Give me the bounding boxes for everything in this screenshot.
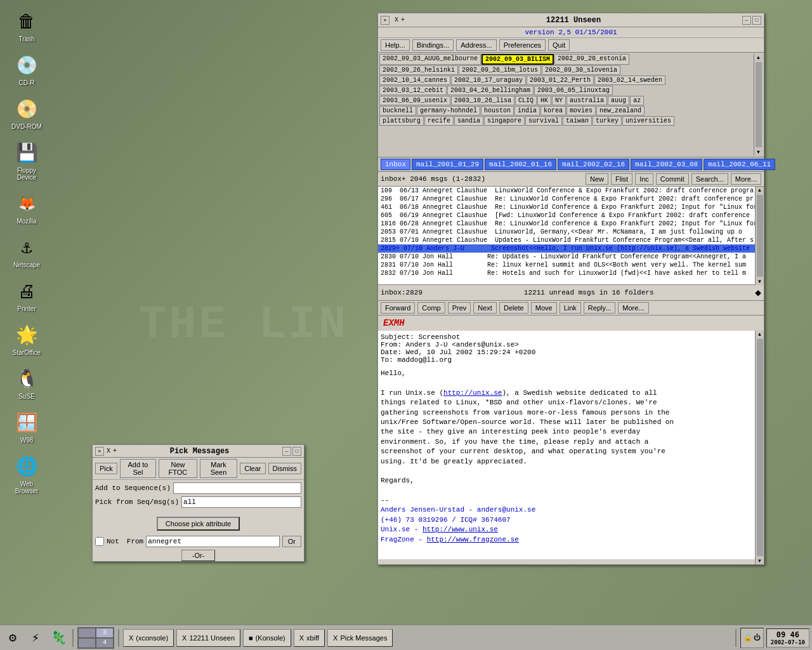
folder-cliq[interactable]: CLIQ [515, 96, 537, 105]
folder-survival[interactable]: survival [525, 116, 562, 126]
minimize-btn[interactable]: — [742, 16, 751, 25]
folder-bucknell[interactable]: bucknell [379, 106, 416, 116]
folder-recife[interactable]: recife [424, 116, 454, 126]
preferences-btn[interactable]: Preferences [499, 39, 546, 51]
unix-www-link[interactable]: http://www.unix.se [422, 526, 498, 533]
folder-newzealand[interactable]: new_zealand [596, 106, 645, 116]
not-checkbox[interactable] [95, 537, 104, 546]
close-btn[interactable]: ✕ [381, 16, 390, 25]
forward-btn[interactable]: Forward [381, 302, 415, 314]
pager-2[interactable] [78, 638, 96, 648]
pick-maximize-btn[interactable]: □ [292, 447, 301, 456]
msg-2830[interactable]: 2830 07/10 Jon Hall Re: Updates - LinuxW… [378, 253, 755, 261]
pick-minimize-btn[interactable]: — [282, 447, 291, 456]
email-scroll-up[interactable]: ▲ [757, 331, 762, 338]
folder-india[interactable]: india [514, 106, 540, 116]
icon-w98[interactable]: 🪟 W98 [6, 408, 47, 446]
folder-scrollbar[interactable]: ▲ ▼ [754, 54, 763, 156]
pick-btn[interactable]: Pick [95, 463, 117, 474]
folder-universities[interactable]: universities [622, 116, 674, 126]
msg-2829[interactable]: 2829+ 07/10 Anders J-U Screenshot<<Hello… [378, 244, 755, 253]
folder-australia[interactable]: australia [566, 96, 607, 105]
new-ftoc-btn[interactable]: New FTOC [159, 459, 197, 478]
msg-1816[interactable]: 1816 06/28 Annegret Claushue Re: LinuxWo… [378, 220, 755, 228]
email-scroll-down[interactable]: ▼ [757, 557, 762, 564]
icon-printer[interactable]: 🖨 Printer [6, 276, 47, 315]
choose-pick-attr-btn[interactable]: Choose pick attribute [157, 517, 240, 531]
icon-webbrowser[interactable]: 🌐 Web Browser [6, 451, 47, 497]
folder-movies[interactable]: movies [566, 106, 596, 116]
tab-inbox[interactable]: inbox [381, 159, 410, 170]
folder-taiwan[interactable]: taiwan [563, 116, 592, 126]
msglist-scrollbar[interactable]: ▲ ▼ [755, 187, 764, 285]
folder-houston[interactable]: houston [481, 106, 514, 116]
delete-btn[interactable]: Delete [499, 302, 528, 314]
taskbar-xconsole-btn[interactable]: X (xconsole) [123, 629, 174, 647]
new-btn[interactable]: New [586, 173, 608, 185]
folder-ibm[interactable]: 2002_09_26_ibm_lotus [459, 65, 541, 75]
add-to-sel-btn[interactable]: Add to Sel [120, 459, 156, 478]
folder-cebit[interactable]: 2003_03_12_cebit [379, 86, 447, 95]
tab-mail-2002-06[interactable]: mail_2002_06_11 [704, 159, 775, 170]
or-btn[interactable]: Or [282, 536, 301, 547]
tab-mail-2002-02[interactable]: mail_2002_02_16 [558, 159, 629, 170]
taskbar-unseen-btn[interactable]: X 12211 Unseen [176, 629, 240, 647]
folder-ny[interactable]: NY [552, 96, 566, 105]
taskbar-konsole-btn[interactable]: ■ (Konsole) [243, 629, 291, 647]
mark-seen-btn[interactable]: Mark Seen [200, 459, 237, 478]
reply-btn[interactable]: Reply... [584, 302, 615, 314]
folder-bellingham[interactable]: 2003_04_26_bellingham [447, 86, 534, 95]
icon-netscape[interactable]: ⚓ Netscape [6, 232, 47, 271]
folder-sweden[interactable]: 2003_02_14_sweden [594, 76, 665, 85]
msg-2815[interactable]: 2815 07/10 Annegret Claushue Updates - L… [378, 236, 755, 244]
dismiss-btn[interactable]: Dismiss [268, 463, 302, 474]
pager-3[interactable]: 3 [96, 628, 114, 638]
folder-lisa[interactable]: 2003_10_26_lisa [451, 96, 514, 105]
tab-mail-2002-03[interactable]: mail_2002_03_08 [631, 159, 702, 170]
folder-auug2[interactable]: auug [608, 96, 629, 105]
more-inbox-btn[interactable]: More... [731, 173, 761, 185]
commit-btn[interactable]: Commit [656, 173, 689, 185]
address-btn[interactable]: Address... [456, 39, 497, 51]
folder-helsinki[interactable]: 2002_09_26_helsinki [379, 65, 458, 75]
pick-from-seq-input[interactable] [181, 496, 301, 508]
icon-suse[interactable]: 🐧 SuSE [6, 364, 47, 402]
folder-uraguay[interactable]: 2002_10_17_uraguay [451, 76, 526, 85]
icon-trash[interactable]: 🗑 Trash [6, 6, 47, 45]
folder-bilism[interactable]: 2002_09_03_BILISM [481, 54, 554, 65]
from-input[interactable] [146, 536, 280, 547]
inc-btn[interactable]: Inc [635, 173, 653, 185]
icon-floppy[interactable]: 💾 Floppy Device [6, 138, 47, 183]
search-btn[interactable]: Search... [691, 173, 728, 185]
msg-461[interactable]: 461 06/18 Annegret Claushue Re: LinuxWor… [378, 203, 755, 211]
maximize-btn[interactable]: □ [752, 16, 761, 25]
add-to-seq-input[interactable] [173, 482, 301, 494]
folder-cannes[interactable]: 2002_10_14_cannes [379, 76, 450, 85]
help-btn[interactable]: Help... [381, 39, 410, 51]
pager-4[interactable]: 4 [96, 638, 114, 648]
folder-perth[interactable]: 2003_01_22_Perth [527, 76, 594, 85]
unix-link[interactable]: http://unix.se [443, 389, 502, 397]
msg-109[interactable]: 109 06/13 Annegret Claushue LinuxWorld C… [378, 187, 755, 195]
message-list[interactable]: 109 06/13 Annegret Claushue LinuxWorld C… [378, 187, 755, 285]
folder-korea[interactable]: korea [540, 106, 566, 116]
folder-hk[interactable]: HK [537, 96, 551, 105]
tab-mail-2002-01[interactable]: mail_2002_01_16 [485, 159, 556, 170]
comp-btn[interactable]: Comp [417, 302, 445, 314]
scroll-down-arrow[interactable]: ▼ [756, 149, 761, 156]
taskbar-settings-icon[interactable]: ⚙ [3, 628, 23, 648]
taskbar-pick-btn[interactable]: X Pick Messages [327, 629, 393, 647]
folder-estonia[interactable]: 2002_09_20_estonia [554, 54, 629, 65]
msg-2053[interactable]: 2053 07/01 Annegret Claushue Linuxworld,… [378, 228, 755, 236]
folder-turkey[interactable]: turkey [593, 116, 622, 126]
msg-2832[interactable]: 2832 07/10 Jon Hall Re: Hotels and such … [378, 269, 755, 277]
link-btn[interactable]: Link [560, 302, 581, 314]
taskbar-xbiff-btn[interactable]: X xbiff [294, 629, 325, 647]
folder-sandia[interactable]: sandia [454, 116, 483, 126]
pager-1[interactable] [78, 628, 96, 638]
quit-btn[interactable]: Quit [548, 39, 570, 51]
email-content[interactable]: Subject: Screenshot From: Anders J-U <an… [378, 331, 755, 559]
tab-mail-2001[interactable]: mail_2001_01_29 [412, 159, 483, 170]
folder-linuxtag[interactable]: 2003_06_05_linuxtag [534, 86, 613, 95]
icon-staroffice[interactable]: 🌟 StarOffice [6, 320, 47, 359]
